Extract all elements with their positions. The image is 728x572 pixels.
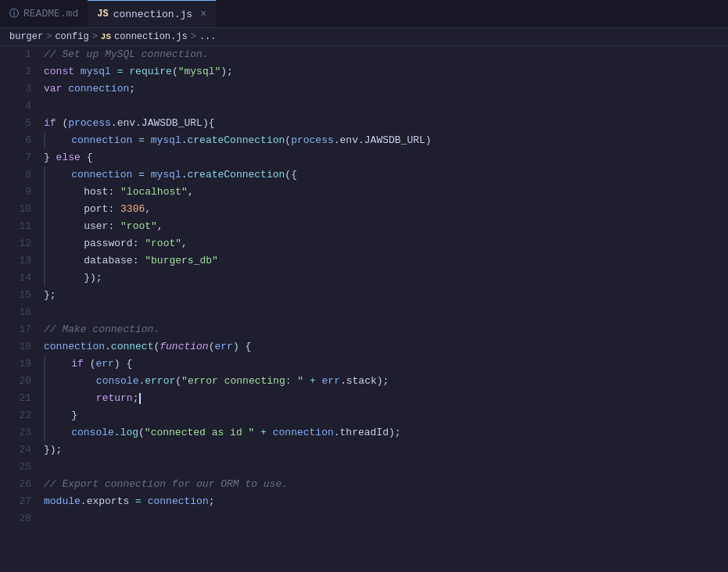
- line-numbers: 1234567891011121314151617181920212223242…: [0, 46, 38, 568]
- code-line: [44, 510, 728, 527]
- code-line: module.exports = connection;: [44, 493, 728, 510]
- code-line: [44, 304, 728, 321]
- tab-close-button[interactable]: ×: [200, 8, 206, 20]
- code-line: console.log("connected as id " + connect…: [44, 424, 728, 442]
- code-area: 1234567891011121314151617181920212223242…: [0, 46, 728, 568]
- breadcrumb-js-icon: JS: [101, 32, 111, 41]
- code-line: connection.connect(function(err) {: [44, 338, 728, 356]
- code-line: // Make connection.: [44, 321, 728, 338]
- info-icon: ⓘ: [9, 7, 19, 20]
- breadcrumb-part-1: burger: [9, 31, 43, 42]
- line-number: 19: [6, 356, 31, 373]
- line-number: 5: [6, 115, 31, 132]
- code-line: return;: [44, 390, 728, 407]
- line-number: 9: [6, 184, 31, 201]
- code-line: user: "root",: [44, 218, 728, 235]
- breadcrumb-part-4: ...: [199, 31, 217, 42]
- line-number: 15: [6, 287, 31, 304]
- line-number: 16: [6, 304, 31, 321]
- code-line: };: [44, 287, 728, 304]
- code-line: // Export connection for our ORM to use.: [44, 476, 728, 493]
- line-number: 12: [6, 235, 31, 252]
- tab-readme[interactable]: ⓘ README.md: [0, 0, 88, 27]
- code-line: console.error("error connecting: " + err…: [44, 373, 728, 390]
- breadcrumb: burger > config > JS connection.js > ...: [0, 28, 728, 46]
- code-line: var connection;: [44, 80, 728, 98]
- code-content: // Set up MySQL connection.const mysql =…: [38, 46, 728, 568]
- breadcrumb-sep-2: >: [92, 31, 98, 42]
- code-line: } else {: [44, 149, 728, 166]
- tab-bar: ⓘ README.md JS connection.js ×: [0, 0, 728, 28]
- code-line: database: "burgers_db": [44, 252, 728, 270]
- line-number: 22: [6, 407, 31, 424]
- line-number: 25: [6, 459, 31, 476]
- line-number: 14: [6, 270, 31, 287]
- line-number: 17: [6, 321, 31, 338]
- code-line: host: "localhost",: [44, 184, 728, 201]
- breadcrumb-part-3: connection.js: [114, 31, 188, 42]
- line-number: 13: [6, 252, 31, 270]
- line-number: 28: [6, 510, 31, 527]
- code-line: [44, 98, 728, 115]
- line-number: 6: [6, 132, 31, 149]
- code-line: }: [44, 407, 728, 424]
- tab-readme-label: README.md: [23, 8, 78, 20]
- code-line: const mysql = require("mysql");: [44, 63, 728, 80]
- line-number: 2: [6, 63, 31, 80]
- line-number: 11: [6, 218, 31, 235]
- line-number: 7: [6, 149, 31, 166]
- code-line: });: [44, 270, 728, 287]
- code-line: });: [44, 442, 728, 459]
- line-number: 24: [6, 442, 31, 459]
- code-line: connection = mysql.createConnection({: [44, 166, 728, 184]
- breadcrumb-sep-3: >: [191, 31, 196, 42]
- js-icon: JS: [97, 9, 108, 20]
- code-line: port: 3306,: [44, 201, 728, 218]
- line-number: 21: [6, 390, 31, 407]
- line-number: 27: [6, 493, 31, 510]
- line-number: 26: [6, 476, 31, 493]
- line-number: 23: [6, 424, 31, 442]
- code-line: // Set up MySQL connection.: [44, 46, 728, 63]
- code-line: connection = mysql.createConnection(proc…: [44, 132, 728, 149]
- line-number: 1: [6, 46, 31, 63]
- tab-connection-label: connection.js: [113, 9, 192, 20]
- line-number: 4: [6, 98, 31, 115]
- line-number: 8: [6, 166, 31, 184]
- code-line: password: "root",: [44, 235, 728, 252]
- line-number: 20: [6, 373, 31, 390]
- line-number: 18: [6, 338, 31, 356]
- code-line: [44, 459, 728, 476]
- code-line: if (process.env.JAWSDB_URL){: [44, 115, 728, 132]
- tab-connection[interactable]: JS connection.js ×: [88, 0, 216, 27]
- breadcrumb-part-2: config: [55, 31, 88, 42]
- breadcrumb-sep-1: >: [46, 31, 52, 42]
- code-line: if (err) {: [44, 356, 728, 373]
- line-number: 3: [6, 80, 31, 98]
- line-number: 10: [6, 201, 31, 218]
